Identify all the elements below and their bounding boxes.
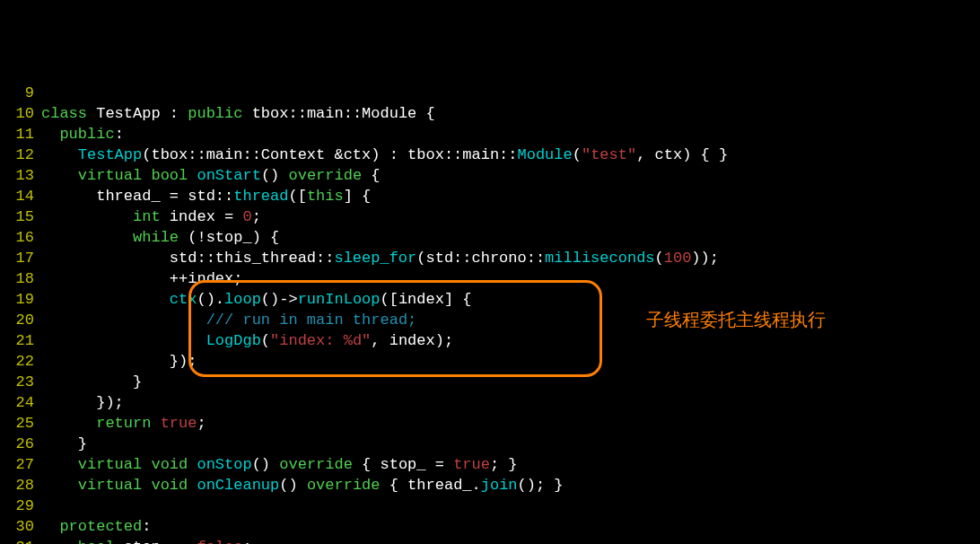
- code-line: 22 });: [0, 351, 980, 372]
- code-line: 27 virtual void onStop() override { stop…: [0, 454, 980, 475]
- code-content: virtual bool onStart() override {: [41, 165, 980, 186]
- line-number: 27: [0, 454, 41, 475]
- line-number: 25: [0, 413, 41, 434]
- code-content: });: [41, 392, 980, 413]
- code-content: LogDgb("index: %d", index);: [41, 330, 980, 351]
- code-line: 16 while (!stop_) {: [0, 227, 980, 248]
- code-content: while (!stop_) {: [41, 227, 980, 248]
- code-line: 10class TestApp : public tbox::main::Mod…: [0, 103, 980, 124]
- code-line: 25 return true;: [0, 413, 980, 434]
- code-line: 9: [0, 83, 980, 103]
- code-content: virtual void onStop() override { stop_ =…: [41, 454, 980, 475]
- line-number: 14: [0, 186, 41, 206]
- line-number: 16: [0, 227, 41, 248]
- line-number: 13: [0, 165, 41, 186]
- code-line: 18 ++index;: [0, 268, 980, 289]
- line-number: 18: [0, 268, 41, 289]
- code-line: 21 LogDgb("index: %d", index);: [0, 330, 980, 351]
- code-content: public:: [41, 124, 980, 145]
- code-line: 30 protected:: [0, 516, 980, 537]
- line-number: 30: [0, 516, 41, 537]
- code-content: TestApp(tbox::main::Context &ctx) : tbox…: [41, 145, 980, 165]
- line-number: 21: [0, 330, 41, 351]
- code-content: protected:: [41, 516, 980, 537]
- code-line: 29: [0, 496, 980, 516]
- code-line: 20 /// run in main thread;: [0, 310, 980, 330]
- code-content: std::this_thread::sleep_for(std::chrono:…: [41, 248, 980, 268]
- line-number: 15: [0, 206, 41, 227]
- code-content: thread_ = std::thread([this] {: [41, 186, 980, 206]
- line-number: 20: [0, 310, 41, 330]
- code-content: });: [41, 351, 980, 372]
- line-number: 23: [0, 372, 41, 392]
- code-content: }: [41, 372, 980, 392]
- code-line: 24 });: [0, 392, 980, 413]
- code-line: 26 }: [0, 434, 980, 454]
- line-number: 26: [0, 434, 41, 454]
- code-line: 23 }: [0, 372, 980, 392]
- annotation-text: 子线程委托主线程执行: [646, 310, 826, 330]
- code-line: 15 int index = 0;: [0, 206, 980, 227]
- line-number: 10: [0, 103, 41, 124]
- code-content: [41, 496, 980, 516]
- code-content: ctx().loop()->runInLoop([index] {: [41, 289, 980, 310]
- line-number: 28: [0, 475, 41, 496]
- line-number: 22: [0, 351, 41, 372]
- code-line: 11 public:: [0, 124, 980, 145]
- code-content: class TestApp : public tbox::main::Modul…: [41, 103, 980, 124]
- code-line: 14 thread_ = std::thread([this] {: [0, 186, 980, 206]
- line-number: 11: [0, 124, 41, 145]
- code-line: 17 std::this_thread::sleep_for(std::chro…: [0, 248, 980, 268]
- line-number: 19: [0, 289, 41, 310]
- code-content: [41, 83, 980, 103]
- code-content: int index = 0;: [41, 206, 980, 227]
- code-line: 28 virtual void onCleanup() override { t…: [0, 475, 980, 496]
- line-number: 12: [0, 145, 41, 165]
- line-number: 29: [0, 496, 41, 516]
- code-line: 13 virtual bool onStart() override {: [0, 165, 980, 186]
- line-number: 31: [0, 537, 41, 544]
- code-content: ++index;: [41, 268, 980, 289]
- code-content: return true;: [41, 413, 980, 434]
- code-line: 12 TestApp(tbox::main::Context &ctx) : t…: [0, 145, 980, 165]
- code-content: /// run in main thread;: [41, 310, 980, 330]
- line-number: 17: [0, 248, 41, 268]
- code-line: 31 bool stop_ = false;: [0, 537, 980, 544]
- code-content: bool stop_ = false;: [41, 537, 980, 544]
- code-line: 19 ctx().loop()->runInLoop([index] {: [0, 289, 980, 310]
- code-content: virtual void onCleanup() override { thre…: [41, 475, 980, 496]
- line-number: 24: [0, 392, 41, 413]
- code-editor: 9 10class TestApp : public tbox::main::M…: [0, 83, 980, 544]
- line-number: 9: [0, 83, 41, 103]
- code-content: }: [41, 434, 980, 454]
